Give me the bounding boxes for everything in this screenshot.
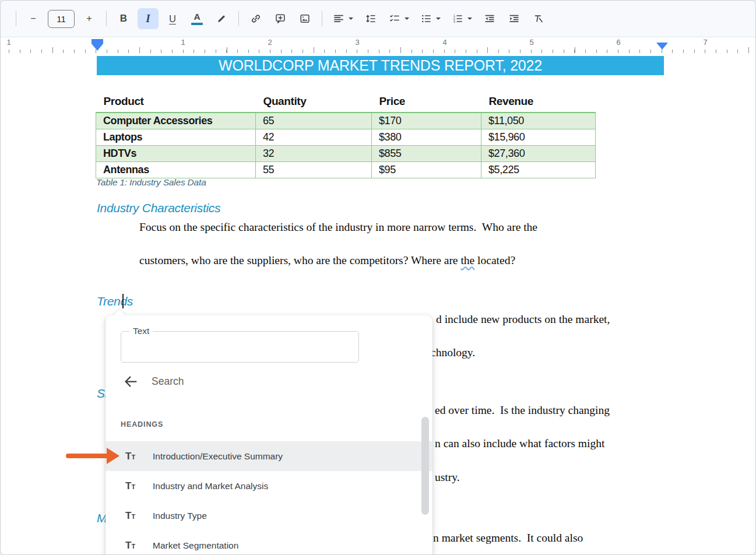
insert-image-button[interactable] xyxy=(294,8,315,29)
text-field-input[interactable] xyxy=(126,334,356,360)
checklist-button[interactable] xyxy=(385,8,413,29)
highlight-color-button[interactable] xyxy=(211,8,232,29)
table-caption[interactable]: Table 1: Industry Sales Data xyxy=(96,177,206,188)
heading-options-list: Introduction/Executive Summary Industry … xyxy=(106,441,432,555)
svg-text:3: 3 xyxy=(453,20,455,23)
numbered-list-button[interactable]: 1 2 3 xyxy=(448,8,476,29)
paragraph-line[interactable]: customers, who are the suppliers, who ar… xyxy=(139,254,515,267)
sales-table[interactable]: Product Quantity Price Revenue Computer … xyxy=(96,93,596,178)
increase-indent-button[interactable] xyxy=(504,8,525,29)
table-cell[interactable]: $95 xyxy=(372,162,481,178)
font-size-input[interactable]: 11 xyxy=(48,10,75,28)
ruler-ticks xyxy=(52,47,755,53)
bulleted-list-icon xyxy=(420,13,432,24)
text-cursor xyxy=(122,294,124,308)
numbered-list-icon: 1 2 3 xyxy=(452,13,463,24)
background-text-fragment[interactable]: n market segments. It could also xyxy=(433,532,583,545)
table-cell[interactable]: $15,960 xyxy=(481,129,596,146)
table-header-cell[interactable]: Revenue xyxy=(481,93,596,113)
table-row: Computer Accessories 65 $170 $11,050 xyxy=(96,113,596,129)
heading-option[interactable]: Industry and Market Analysis xyxy=(106,471,432,501)
table-cell[interactable]: $27,360 xyxy=(481,146,596,162)
text-style-icon xyxy=(125,451,139,462)
align-left-icon xyxy=(333,13,344,24)
heading-option[interactable]: Introduction/Executive Summary xyxy=(106,441,432,471)
heading-option[interactable]: Market Segmentation xyxy=(106,531,432,555)
misspelled-word[interactable]: the xyxy=(460,254,474,266)
table-row: HDTVs 32 $855 $27,360 xyxy=(96,146,596,162)
text-style-icon xyxy=(125,480,139,492)
search-label: Search xyxy=(152,375,184,388)
ruler-number: 5 xyxy=(528,38,535,47)
popup-scrollbar[interactable] xyxy=(421,417,429,515)
table-cell[interactable]: $380 xyxy=(372,129,481,146)
table-cell[interactable]: 65 xyxy=(256,113,372,129)
background-text-fragment[interactable]: ustry. xyxy=(435,471,460,484)
text-color-letter: A xyxy=(194,12,200,22)
background-text-fragment[interactable]: n can also include what factors might xyxy=(435,437,604,450)
table-cell[interactable]: $170 xyxy=(372,113,481,129)
table-cell[interactable]: 32 xyxy=(256,146,372,162)
image-icon xyxy=(299,13,311,24)
title-banner[interactable]: WORLDCORP MARKET TRENDS REPORT, 2022 xyxy=(97,56,664,75)
underline-button[interactable]: U xyxy=(162,8,183,29)
text-color-bar xyxy=(191,23,203,25)
annotation-arrow-tail xyxy=(66,454,110,458)
link-icon xyxy=(250,13,262,24)
table-cell[interactable]: 42 xyxy=(256,129,372,146)
table-header-cell[interactable]: Quantity xyxy=(256,93,372,113)
insert-link-button[interactable] xyxy=(245,8,266,29)
text-style-icon xyxy=(125,510,139,522)
add-comment-icon xyxy=(275,13,286,24)
alignment-button[interactable] xyxy=(329,8,357,29)
table-cell[interactable]: $11,050 xyxy=(481,113,596,129)
background-text-fragment[interactable]: d include new products on the market, xyxy=(436,313,610,326)
decrease-font-size-button[interactable]: − xyxy=(23,8,44,29)
text-field[interactable]: Text xyxy=(121,331,359,363)
heading-industry-characteristics[interactable]: Industry Characteristics xyxy=(97,201,220,215)
ruler-number: 3 xyxy=(353,38,361,47)
headings-section-label: HEADINGS xyxy=(121,420,163,428)
clear-formatting-icon xyxy=(533,13,544,24)
checklist-icon xyxy=(389,13,400,24)
table-cell[interactable]: 55 xyxy=(256,162,372,178)
heading-option-label: Market Segmentation xyxy=(153,540,238,551)
caret-down-icon xyxy=(436,17,441,20)
italic-button[interactable]: I xyxy=(138,8,159,29)
table-cell[interactable]: Antennas xyxy=(96,162,256,178)
paragraph-text: located? xyxy=(474,254,515,266)
first-line-indent-marker[interactable] xyxy=(92,39,103,44)
right-indent-marker[interactable] xyxy=(656,43,668,50)
paragraph-line[interactable]: Focus on the specific characteristics of… xyxy=(139,221,537,234)
text-color-button[interactable]: A xyxy=(187,8,208,29)
table-cell[interactable]: Computer Accessories xyxy=(96,113,256,129)
clear-formatting-button[interactable] xyxy=(528,8,549,29)
text-style-icon xyxy=(125,540,139,552)
table-cell[interactable]: HDTVs xyxy=(96,146,256,162)
line-spacing-button[interactable] xyxy=(360,8,381,29)
heading-option[interactable]: Industry Type xyxy=(106,501,432,531)
bulleted-list-button[interactable] xyxy=(416,8,444,29)
annotation-arrow-head xyxy=(107,448,119,464)
caret-down-icon xyxy=(405,17,409,20)
heading-trends[interactable]: Trends xyxy=(97,294,133,308)
table-header-cell[interactable]: Product xyxy=(96,93,256,113)
toolbar-divider xyxy=(16,11,16,26)
add-comment-button[interactable] xyxy=(270,8,291,29)
table-header-cell[interactable]: Price xyxy=(372,93,481,113)
search-button[interactable]: Search xyxy=(123,374,184,389)
toolbar-divider xyxy=(322,11,322,26)
document-canvas[interactable]: WORLDCORP MARKET TRENDS REPORT, 2022 Pro… xyxy=(1,54,755,554)
decrease-indent-button[interactable] xyxy=(479,8,500,29)
background-text-fragment[interactable]: ed over time. Is the industry changing xyxy=(435,404,610,417)
table-cell[interactable]: $855 xyxy=(372,146,481,162)
left-indent-marker[interactable] xyxy=(92,44,103,51)
paragraph-text: customers, who are the suppliers, who ar… xyxy=(139,254,460,266)
caret-down-icon xyxy=(349,17,353,20)
bold-button[interactable]: B xyxy=(113,8,134,29)
background-text-fragment[interactable]: chnology. xyxy=(431,346,475,359)
increase-font-size-button[interactable]: + xyxy=(79,8,100,29)
table-cell[interactable]: $5,225 xyxy=(481,162,596,178)
ruler-number: 1 xyxy=(179,38,187,47)
table-cell[interactable]: Laptops xyxy=(96,129,256,146)
